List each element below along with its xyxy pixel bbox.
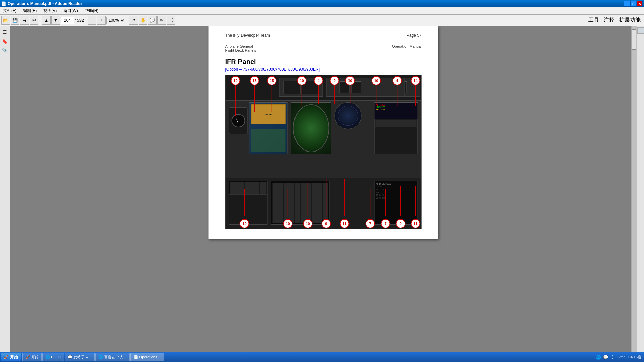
menu-help[interactable]: 帮助(H): [83, 7, 101, 14]
taskbar-icon-pdf: 📄: [133, 355, 138, 359]
sep3: [127, 17, 127, 24]
bubble-14: 14: [411, 76, 420, 85]
taskbar-label-operations: Operations ...: [139, 355, 161, 359]
sidebar-attachments-icon[interactable]: 📎: [1, 47, 9, 54]
sep2: [86, 17, 86, 24]
taskbar-item-baidu[interactable]: 🌐 百度云 个人...: [95, 353, 129, 361]
taskbar-icon-baidu: 🌐: [98, 355, 103, 359]
select-tool[interactable]: ↗: [129, 16, 138, 25]
bubble-4-2: 4: [393, 76, 402, 85]
taskbar-item-operations[interactable]: 📄 Operations ...: [130, 353, 164, 361]
prev-page-btn[interactable]: ▲: [42, 16, 51, 25]
doc-divider: [225, 54, 422, 54]
markup-tool[interactable]: ✏: [157, 16, 166, 25]
taskbar-icon-post: 💬: [68, 355, 72, 359]
scroll-thumb[interactable]: [632, 29, 636, 50]
taskbar-label-baidu: 百度云 个人...: [104, 355, 126, 360]
bubble-11-2: 11: [411, 219, 420, 228]
page-separator: / 532: [75, 18, 84, 23]
bubble-9-1: 9: [330, 76, 339, 85]
zoom-out-btn[interactable]: −: [88, 16, 96, 25]
bubble-7-2: 7: [381, 219, 390, 228]
menu-edit[interactable]: 编辑(E): [21, 7, 39, 14]
right-tab-1[interactable]: [637, 27, 644, 34]
tools-menu[interactable]: 工具: [586, 16, 601, 24]
close-button[interactable]: ✕: [637, 1, 643, 7]
bubble-11-1: 11: [340, 219, 350, 228]
doc-meta-left: Airplane General Flight Deck Panels: [225, 44, 256, 52]
bubble-10-3: 10: [345, 76, 355, 85]
header-team: The iFly Developer Team: [225, 33, 270, 38]
taskbar-tray: 🌐 💬 🛡 13:55 CR16度: [594, 355, 643, 360]
bubble-10-4: 10: [372, 76, 381, 85]
next-page-btn[interactable]: ▼: [51, 16, 60, 25]
sidebar-bookmarks-icon[interactable]: 🔖: [1, 38, 9, 45]
tray-icon-network: 🌐: [596, 355, 601, 360]
bubble-10-6: 10: [283, 219, 293, 228]
page-number-input[interactable]: [61, 17, 74, 24]
sidebar-pages-icon[interactable]: ☰: [1, 28, 9, 36]
titlebar-buttons[interactable]: ─ □ ✕: [624, 1, 643, 7]
bubble-4-1: 4: [314, 76, 323, 85]
hand-tool[interactable]: ✋: [139, 16, 147, 25]
meta-panels: Flight Deck Panels: [225, 48, 256, 52]
left-sidebar: ☰ 🔖 📎: [0, 26, 10, 352]
tray-icon-im: 💬: [603, 355, 608, 360]
tray-icon-security: 🛡: [610, 355, 615, 360]
ifr-panel-image-container: DATA: [225, 75, 422, 229]
taskbar-label-post: 发帖子 – ...: [73, 355, 92, 360]
start-label: 开始: [10, 354, 18, 360]
menu-view[interactable]: 视图(V): [41, 7, 59, 14]
taskbar-item-post[interactable]: 💬 发帖子 – ...: [65, 353, 95, 361]
scroll-area[interactable]: The iFly Developer Team Page 57 Airplane…: [10, 26, 637, 352]
cockpit-bg: DATA: [226, 75, 421, 229]
sep1: [40, 17, 40, 24]
taskbar-items: 🚀 开始 🌐 C C C 💬 发帖子 – ... 🌐 百度云 个人... 📄 O…: [22, 353, 594, 361]
minimize-button[interactable]: ─: [624, 1, 630, 7]
meta-manual: Operation Manual: [392, 44, 421, 52]
header-page: Page 57: [407, 33, 422, 38]
bubble-15-2: 15: [267, 76, 277, 85]
toolbar: 📂 💾 🖨 ✉ ▲ ▼ / 532 − + 100% 75% 150% ↗ ✋ …: [0, 15, 644, 26]
fullscreen-tool[interactable]: ⛶: [167, 16, 175, 25]
right-sidebar: [637, 26, 644, 352]
zoom-select[interactable]: 100% 75% 150%: [106, 17, 125, 24]
tool-email[interactable]: ✉: [30, 16, 38, 25]
section-title: IFR Panel: [225, 58, 422, 66]
bubble-10-2: 10: [297, 76, 307, 85]
app-icon: 📄: [1, 1, 6, 6]
annotation-menu[interactable]: 注释: [602, 16, 616, 24]
window-title: Operations Manual.pdf - Adobe Reader: [8, 1, 82, 6]
bubble-7-1: 7: [366, 219, 375, 228]
doc-meta: Airplane General Flight Deck Panels Oper…: [225, 44, 422, 52]
bubble-10-5: 10: [240, 219, 249, 228]
tool-open[interactable]: 📂: [1, 16, 10, 25]
cockpit-image: DATA: [225, 75, 422, 229]
main-area: ☰ 🔖 📎 The iFly Developer Team Page 57 Ai…: [0, 26, 644, 352]
extend-menu[interactable]: 扩展功能: [617, 16, 643, 24]
taskbar-label-browser1: C C C: [51, 355, 61, 359]
zoom-in-btn[interactable]: +: [97, 16, 106, 25]
meta-airplane: Airplane General: [225, 44, 256, 48]
section-option: [Option – 737-600/700/700C/700ER/800/900…: [225, 67, 422, 72]
titlebar: 📄 Operations Manual.pdf - Adobe Reader ─…: [0, 0, 644, 7]
vertical-scrollbar[interactable]: [631, 26, 637, 352]
comment-tool[interactable]: 💬: [148, 16, 157, 25]
taskbar-icon-1: 🚀: [25, 355, 30, 359]
tool-print[interactable]: 🖨: [20, 16, 29, 25]
menubar: 文件(F) 编辑(E) 视图(V) 窗口(W) 帮助(H): [0, 7, 644, 15]
bubble-15-1: 15: [250, 76, 259, 85]
bubble-10-1: 10: [231, 76, 240, 85]
main-instrument-panel: DATA: [226, 101, 421, 178]
start-button[interactable]: 🚀 开始: [1, 353, 21, 361]
menu-window[interactable]: 窗口(W): [61, 7, 80, 14]
menu-file[interactable]: 文件(F): [1, 7, 18, 14]
tool-save[interactable]: 💾: [11, 16, 19, 25]
page-content: Airplane General Flight Deck Panels Oper…: [209, 41, 438, 239]
tray-time: 13:55: [617, 355, 626, 359]
taskbar-item-1[interactable]: 🚀 开始: [22, 353, 42, 361]
bubble-10-7: 10: [303, 219, 313, 228]
taskbar-item-browser1[interactable]: 🌐 C C C: [42, 353, 64, 361]
maximize-button[interactable]: □: [630, 1, 636, 7]
bubble-9-2: 9: [322, 219, 331, 228]
